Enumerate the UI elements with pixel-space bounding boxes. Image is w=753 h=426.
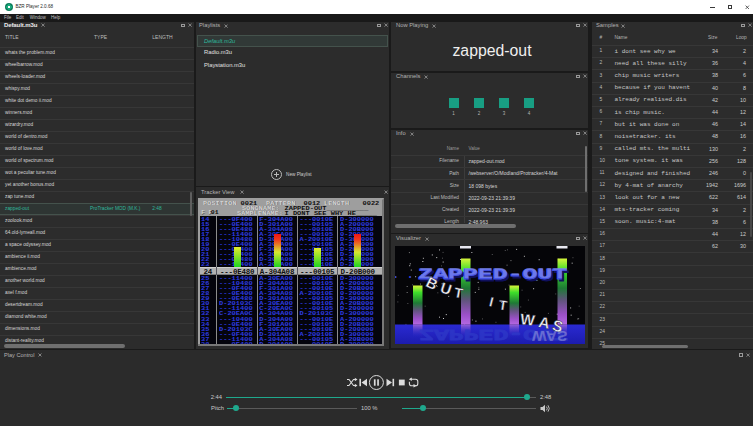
svg-text:. .: . . <box>395 268 414 282</box>
svg-text:ZAPPED-OUT: ZAPPED-OUT <box>418 266 567 283</box>
svg-text:WAS: WAS <box>532 328 567 344</box>
svg-text:W: W <box>519 310 536 328</box>
